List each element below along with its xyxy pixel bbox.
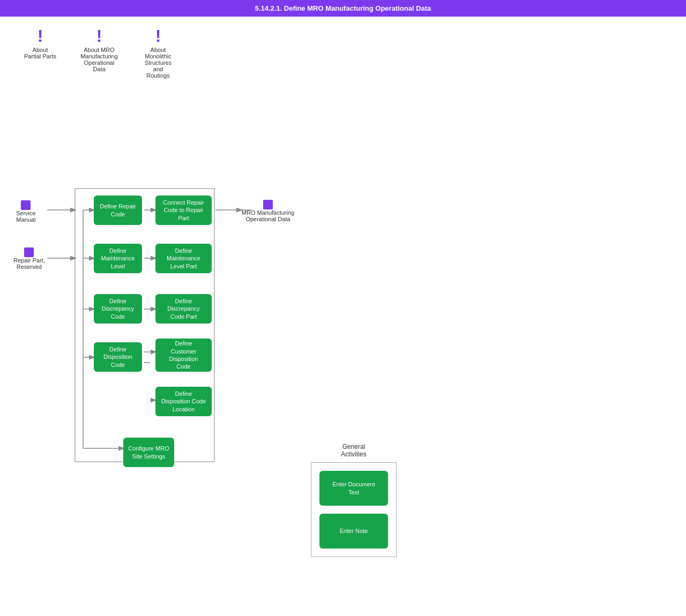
service-manual-label: ServiceManual (16, 210, 36, 223)
define-disposition-code-box[interactable]: DefineDispositionCode (94, 342, 142, 372)
title-text: 5.14.2.1. Define MRO Manufacturing Opera… (255, 4, 431, 12)
define-disposition-code-location-box[interactable]: DefineDisposition CodeLocation (155, 387, 212, 416)
svg-rect-0 (75, 189, 214, 462)
mro-output-icon (263, 200, 273, 209)
mro-output-label: MRO ManufacturingOperational Data (242, 209, 294, 222)
flow-diagram: ServiceManual Repair Part,Reserved Defin… (11, 95, 332, 411)
icon-about-partial-parts[interactable]: ! AboutPartial Parts (16, 27, 64, 59)
service-manual-node[interactable]: ServiceManual (16, 200, 36, 223)
general-activities-label: GeneralActivities (341, 443, 366, 458)
define-customer-disposition-code-box[interactable]: DefineCustomerDispositionCode (155, 339, 212, 372)
enter-document-text-label: Enter DocumentText (332, 480, 375, 496)
define-repair-code-box[interactable]: Define RepairCode (94, 196, 142, 225)
define-maintenance-level-part-label: DefineMaintenanceLevel Part (167, 247, 200, 270)
define-disposition-code-location-label: DefineDisposition CodeLocation (161, 390, 206, 413)
enter-note-label: Enter Note (340, 527, 368, 535)
icon-label-3: AboutMonolithicStructuresandRoutings (145, 47, 172, 79)
define-discrepancy-code-box[interactable]: DefineDiscrepancyCode (94, 294, 142, 324)
diagram-area: ServiceManual Repair Part,Reserved Defin… (0, 95, 686, 411)
icon-label-2: About MROManufacturingOperationalData (80, 47, 118, 72)
icon-label-1: AboutPartial Parts (24, 47, 56, 59)
enter-document-text-box[interactable]: Enter DocumentText (319, 471, 388, 506)
icon-about-monolithic[interactable]: ! AboutMonolithicStructuresandRoutings (134, 27, 182, 79)
define-repair-code-label: Define RepairCode (100, 202, 136, 218)
define-maintenance-level-label: DefineMaintenanceLevel (101, 247, 135, 270)
define-discrepancy-code-part-box[interactable]: DefineDiscrepancyCode Part (155, 294, 212, 324)
define-maintenance-level-box[interactable]: DefineMaintenanceLevel (94, 244, 142, 273)
define-customer-disposition-code-label: DefineCustomerDispositionCode (169, 340, 198, 370)
general-activities-section: GeneralActivities Enter DocumentText Ent… (21, 443, 686, 557)
define-discrepancy-code-part-label: DefineDiscrepancyCode Part (167, 297, 200, 320)
mro-output-node[interactable]: MRO ManufacturingOperational Data (241, 200, 295, 222)
top-icons-area: ! AboutPartial Parts ! About MROManufact… (0, 17, 686, 89)
repair-part-icon (24, 247, 34, 257)
icon-about-mro[interactable]: ! About MROManufacturingOperationalData (75, 27, 123, 72)
enter-note-box[interactable]: Enter Note (319, 514, 388, 549)
configure-mro-site-settings-box[interactable]: Configure MROSite Settings (123, 438, 174, 467)
define-disposition-code-label: DefineDispositionCode (103, 345, 132, 369)
define-discrepancy-code-label: DefineDiscrepancyCode (102, 297, 135, 320)
exclamation-icon-2: ! (96, 27, 102, 44)
repair-part-label: Repair Part,Reserved (13, 257, 45, 270)
define-maintenance-level-part-box[interactable]: DefineMaintenanceLevel Part (155, 244, 212, 273)
exclamation-icon-3: ! (155, 27, 161, 44)
exclamation-icon-1: ! (38, 27, 43, 44)
connect-repair-code-label: Connect RepairCode to RepairPart (163, 199, 204, 222)
service-manual-icon (21, 200, 31, 210)
general-activities-box: Enter DocumentText Enter Note (311, 462, 397, 557)
configure-mro-site-settings-label: Configure MROSite Settings (128, 445, 169, 460)
title-bar: 5.14.2.1. Define MRO Manufacturing Opera… (0, 0, 686, 17)
repair-part-node[interactable]: Repair Part,Reserved (13, 247, 45, 270)
connect-repair-code-box[interactable]: Connect RepairCode to RepairPart (155, 196, 212, 225)
